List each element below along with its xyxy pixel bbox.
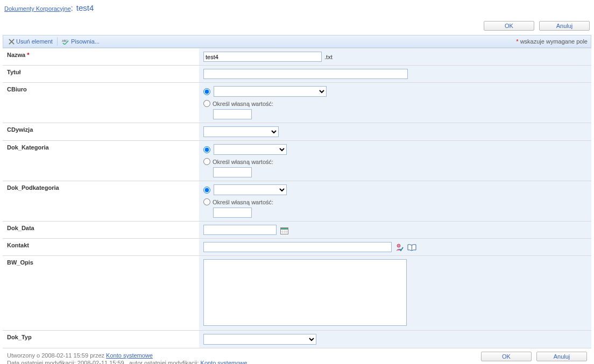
- label-dok-podkategoria: Dok_Podkategoria: [3, 181, 199, 222]
- kontakt-input[interactable]: [203, 242, 392, 252]
- label-tytul: Tytuł: [3, 66, 199, 83]
- dok-data-input[interactable]: [203, 225, 277, 235]
- dok-podkategoria-radio-own[interactable]: [203, 198, 210, 205]
- cbiuro-own-input[interactable]: [213, 109, 252, 119]
- label-dok-typ: Dok_Typ: [3, 331, 199, 348]
- created-prefix: Utworzony o: [7, 352, 41, 359]
- cbiuro-radio-own[interactable]: [203, 100, 210, 107]
- dok-podkategoria-own-input[interactable]: [213, 208, 252, 218]
- dok-kategoria-radio-select[interactable]: [203, 146, 210, 153]
- label-dok-data: Dok_Data: [3, 222, 199, 239]
- row-dok-podkategoria: Dok_Podkategoria Określ własną wartość:: [3, 181, 591, 222]
- dok-kategoria-radio-own[interactable]: [203, 158, 210, 165]
- browse-icon[interactable]: [407, 244, 416, 251]
- dok-kategoria-own-input[interactable]: [213, 167, 252, 177]
- spellcheck-icon: ABC: [62, 39, 69, 45]
- label-cbiuro: CBiuro: [3, 83, 199, 123]
- row-nazwa: Nazwa * .txt: [3, 48, 591, 66]
- row-dok-data: Dok_Data: [3, 222, 591, 239]
- cbiuro-select[interactable]: [214, 86, 327, 97]
- label-dok-kategoria: Dok_Kategoria: [3, 141, 199, 181]
- required-star-icon: *: [516, 38, 520, 45]
- calendar-icon[interactable]: [280, 226, 288, 234]
- svg-rect-2: [281, 228, 288, 230]
- modified-prefix: Data ostatniej modyfikacji:: [7, 360, 77, 364]
- modified-author-label: , autor ostatniej modyfikacji:: [126, 360, 201, 364]
- row-bw-opis: BW_Opis: [3, 256, 591, 331]
- ok-button-top[interactable]: OK: [484, 21, 534, 31]
- created-by-user-link[interactable]: Konto systemowe: [106, 352, 153, 359]
- nazwa-ext: .txt: [324, 54, 333, 60]
- check-names-icon[interactable]: [395, 244, 404, 252]
- bottom-button-row: OK Anuluj: [478, 352, 587, 364]
- created-by-label: przez: [90, 352, 106, 359]
- footer: Utworzony o 2008-02-11 15:59 przez Konto…: [3, 348, 591, 364]
- cbiuro-own-label: Określ własną wartość:: [213, 101, 273, 107]
- row-dok-typ: Dok_Typ: [3, 331, 591, 348]
- toolbar: Usuń element ABC Pisownia... * wskazuje …: [3, 35, 591, 48]
- row-tytul: Tytuł: [3, 66, 591, 83]
- bw-opis-textarea[interactable]: [203, 259, 407, 326]
- label-kontakt: Kontakt: [3, 239, 199, 256]
- modified-ts: 2008-02-11 15:59: [77, 360, 126, 364]
- cbiuro-radio-select[interactable]: [203, 88, 210, 95]
- form-table: Nazwa * .txt Tytuł CBiuro Określ własną …: [3, 48, 591, 348]
- required-hint: * wskazuje wymagane pole: [516, 38, 588, 45]
- delete-item-button[interactable]: Usuń element: [6, 38, 55, 45]
- dok-typ-select[interactable]: [203, 334, 316, 345]
- required-star-icon: *: [27, 52, 29, 58]
- dok-podkategoria-own-label: Określ własną wartość:: [213, 199, 273, 205]
- delete-icon: [9, 39, 15, 45]
- row-dok-kategoria: Dok_Kategoria Określ własną wartość:: [3, 141, 591, 181]
- cancel-button-top[interactable]: Anuluj: [539, 21, 590, 31]
- nazwa-input[interactable]: [203, 52, 322, 62]
- dok-podkategoria-select[interactable]: [214, 184, 287, 195]
- svg-point-7: [397, 244, 400, 247]
- delete-item-label: Usuń element: [16, 38, 53, 45]
- spellcheck-button[interactable]: ABC Pisownia...: [60, 38, 102, 45]
- top-button-row: OK Anuluj: [0, 19, 594, 35]
- cancel-button-bottom[interactable]: Anuluj: [536, 352, 587, 361]
- created-ts: 2008-02-11 15:59: [41, 352, 90, 359]
- label-bw-opis: BW_Opis: [3, 256, 199, 331]
- required-hint-text: wskazuje wymagane pole: [520, 38, 588, 45]
- label-cdywizja: CDywizja: [3, 123, 199, 141]
- dok-podkategoria-radio-select[interactable]: [203, 187, 210, 194]
- spellcheck-label: Pisownia...: [71, 38, 100, 45]
- cdywizja-select[interactable]: [203, 126, 279, 137]
- breadcrumb-link[interactable]: Dokumenty Korporacyjne: [4, 5, 71, 12]
- row-kontakt: Kontakt: [3, 239, 591, 256]
- page-header: Dokumenty Korporacyjne: test4: [0, 0, 594, 19]
- label-nazwa: Nazwa *: [3, 48, 199, 66]
- breadcrumb-colon: :: [71, 3, 75, 12]
- ok-button-bottom[interactable]: OK: [481, 352, 532, 361]
- footer-meta: Utworzony o 2008-02-11 15:59 przez Konto…: [7, 352, 247, 364]
- dok-kategoria-own-label: Określ własną wartość:: [213, 159, 273, 165]
- row-cdywizja: CDywizja: [3, 123, 591, 141]
- row-cbiuro: CBiuro Określ własną wartość:: [3, 83, 591, 123]
- toolbar-separator: [57, 37, 58, 46]
- modified-by-user-link[interactable]: Konto systemowe: [201, 360, 247, 364]
- dok-kategoria-select[interactable]: [214, 144, 287, 155]
- page-title: test4: [76, 3, 94, 12]
- tytul-input[interactable]: [203, 69, 408, 79]
